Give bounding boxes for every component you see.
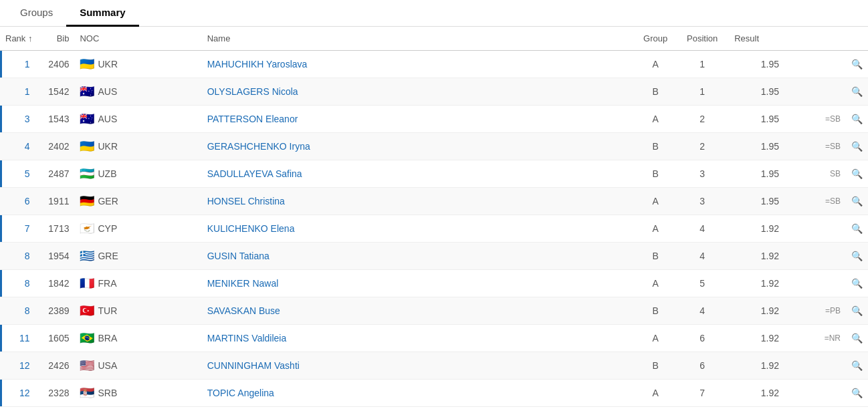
- flag-icon: 🇺🇸: [80, 358, 94, 373]
- noc-code: UZB: [98, 168, 116, 179]
- result-cell: 1.92: [729, 352, 799, 380]
- noc-code: BRA: [98, 333, 117, 343]
- detail-button[interactable]: 🔍: [846, 215, 868, 243]
- note-cell: SB: [799, 160, 846, 188]
- bib-cell: 1605: [37, 325, 74, 352]
- name-cell[interactable]: TOPIC Angelina: [202, 380, 635, 407]
- bib-cell: 1542: [37, 78, 74, 106]
- noc-code: SRB: [98, 388, 117, 398]
- detail-button[interactable]: 🔍: [846, 243, 868, 270]
- detail-button[interactable]: 🔍: [846, 106, 868, 133]
- detail-button[interactable]: 🔍: [846, 325, 868, 352]
- rank-cell: 11: [0, 325, 37, 352]
- detail-button[interactable]: 🔍: [846, 51, 868, 78]
- bib-cell: 2328: [37, 380, 74, 407]
- name-cell[interactable]: MENIKER Nawal: [202, 270, 635, 297]
- result-cell: 1.95: [729, 188, 799, 215]
- bib-cell: 2402: [37, 133, 74, 160]
- position-cell: 3: [675, 188, 729, 215]
- name-cell[interactable]: CUNNINGHAM Vashti: [202, 352, 635, 380]
- col-rank: Rank ↑: [0, 27, 37, 51]
- col-name: Name: [202, 27, 635, 51]
- rank-cell: 8: [0, 297, 37, 325]
- result-cell: 1.92: [729, 270, 799, 297]
- rank-cell: 12: [0, 352, 37, 380]
- name-cell[interactable]: GERASHCHENKO Iryna: [202, 133, 635, 160]
- bib-cell: 1543: [37, 106, 74, 133]
- name-cell[interactable]: PATTERSON Eleanor: [202, 106, 635, 133]
- detail-button[interactable]: 🔍: [846, 297, 868, 325]
- noc-code: TUR: [98, 305, 117, 316]
- table-row: 71713🇨🇾CYPKULICHENKO ElenaA41.92🔍: [0, 215, 868, 243]
- rank-cell: 5: [0, 160, 37, 188]
- result-cell: 1.92: [729, 215, 799, 243]
- name-cell[interactable]: KULICHENKO Elena: [202, 215, 635, 243]
- group-cell: B: [635, 243, 675, 270]
- col-noc: NOC: [74, 27, 201, 51]
- tab-bar: Groups Summary: [0, 0, 868, 27]
- flag-icon: 🇦🇺: [80, 112, 94, 126]
- name-cell[interactable]: SAVASKAN Buse: [202, 297, 635, 325]
- position-cell: 2: [675, 133, 729, 160]
- position-cell: 6: [675, 352, 729, 380]
- bib-cell: 2487: [37, 160, 74, 188]
- note-cell: [799, 243, 846, 270]
- position-cell: 4: [675, 243, 729, 270]
- note-cell: =PB: [799, 297, 846, 325]
- flag-icon: 🇺🇿: [80, 166, 94, 181]
- rank-cell: 12: [0, 380, 37, 407]
- detail-button[interactable]: 🔍: [846, 352, 868, 380]
- group-cell: B: [635, 160, 675, 188]
- table-body: 12406🇺🇦UKRMAHUCHIKH YaroslavaA11.95🔍1154…: [0, 51, 868, 407]
- note-cell: [799, 78, 846, 106]
- position-cell: 4: [675, 215, 729, 243]
- name-cell[interactable]: GUSIN Tatiana: [202, 243, 635, 270]
- flag-icon: 🇨🇾: [80, 221, 94, 236]
- col-result: Result: [729, 27, 799, 51]
- position-cell: 3: [675, 160, 729, 188]
- position-cell: 1: [675, 78, 729, 106]
- detail-button[interactable]: 🔍: [846, 380, 868, 407]
- rank-cell: 8: [0, 243, 37, 270]
- detail-button[interactable]: 🔍: [846, 188, 868, 215]
- tab-groups[interactable]: Groups: [7, 0, 66, 26]
- note-cell: [799, 51, 846, 78]
- name-cell[interactable]: SADULLAYEVA Safina: [202, 160, 635, 188]
- table-row: 61911🇩🇪GERHONSEL ChristinaA31.95=SB🔍: [0, 188, 868, 215]
- name-cell[interactable]: MARTINS Valdileia: [202, 325, 635, 352]
- name-cell[interactable]: MAHUCHIKH Yaroslava: [202, 51, 635, 78]
- flag-icon: 🇷🇸: [80, 386, 94, 400]
- tabs-container: Groups Summary: [0, 0, 868, 27]
- group-cell: B: [635, 133, 675, 160]
- detail-button[interactable]: 🔍: [846, 160, 868, 188]
- flag-icon: 🇹🇷: [80, 303, 94, 318]
- note-cell: [799, 215, 846, 243]
- group-cell: A: [635, 270, 675, 297]
- tab-summary[interactable]: Summary: [66, 0, 138, 27]
- group-cell: B: [635, 297, 675, 325]
- detail-button[interactable]: 🔍: [846, 270, 868, 297]
- flag-icon: 🇬🇷: [80, 249, 94, 263]
- name-cell[interactable]: HONSEL Christina: [202, 188, 635, 215]
- detail-button[interactable]: 🔍: [846, 78, 868, 106]
- group-cell: B: [635, 352, 675, 380]
- table-row: 82389🇹🇷TURSAVASKAN BuseB41.92=PB🔍: [0, 297, 868, 325]
- table-row: 12406🇺🇦UKRMAHUCHIKH YaroslavaA11.95🔍: [0, 51, 868, 78]
- table-row: 111605🇧🇷BRAMARTINS ValdileiaA61.92=NR🔍: [0, 325, 868, 352]
- table-row: 122426🇺🇸USACUNNINGHAM VashtiB61.92🔍: [0, 352, 868, 380]
- result-cell: 1.92: [729, 243, 799, 270]
- table-row: 122328🇷🇸SRBTOPIC AngelinaA71.92🔍: [0, 380, 868, 407]
- group-cell: B: [635, 78, 675, 106]
- noc-cell: 🇨🇾CYP: [74, 215, 201, 243]
- rank-cell: 3: [0, 106, 37, 133]
- name-cell[interactable]: OLYSLAGERS Nicola: [202, 78, 635, 106]
- position-cell: 4: [675, 297, 729, 325]
- result-cell: 1.95: [729, 51, 799, 78]
- detail-button[interactable]: 🔍: [846, 133, 868, 160]
- flag-icon: 🇺🇦: [80, 57, 94, 72]
- table-row: 81954🇬🇷GREGUSIN TatianaB41.92🔍: [0, 243, 868, 270]
- noc-code: GER: [98, 196, 118, 206]
- bib-cell: 2426: [37, 352, 74, 380]
- note-cell: =SB: [799, 133, 846, 160]
- result-cell: 1.92: [729, 297, 799, 325]
